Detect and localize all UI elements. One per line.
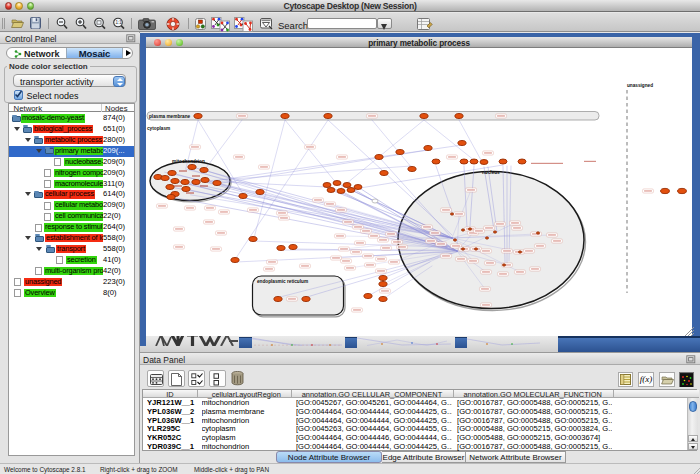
svg-text:1:1: 1:1 — [115, 20, 122, 25]
